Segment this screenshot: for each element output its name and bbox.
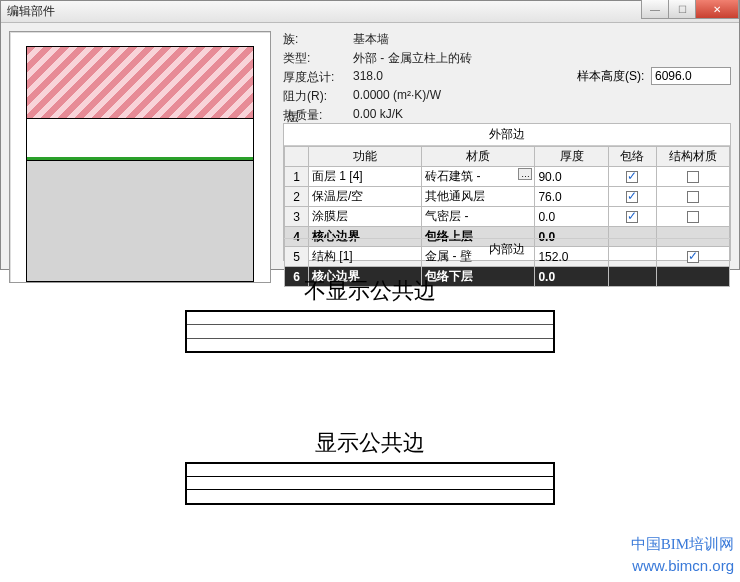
cell-structural[interactable] <box>656 207 729 227</box>
structural-checkbox[interactable] <box>687 171 699 183</box>
watermark: 中国BIM培训网 www.bimcn.org <box>631 534 734 576</box>
preview-layer-air <box>27 119 253 157</box>
preview-layer-brick <box>27 47 253 119</box>
col-header[interactable]: 材质 <box>422 147 535 167</box>
cell-material[interactable]: 其他通风层 <box>422 187 535 207</box>
cell-structural[interactable] <box>656 167 729 187</box>
family-value: 基本墙 <box>353 31 389 48</box>
cell-structural[interactable] <box>656 187 729 207</box>
close-button[interactable]: ✕ <box>695 0 739 19</box>
browse-button[interactable]: … <box>518 168 532 180</box>
caption-common-edge: 显示公共边 <box>0 428 740 458</box>
row-number[interactable]: 3 <box>285 207 309 227</box>
wrap-checkbox[interactable] <box>626 211 638 223</box>
info-panel: 族:基本墙 类型:外部 - 金属立柱上的砖 厚度总计:318.0 阻力(R):0… <box>283 31 731 126</box>
window-title: 编辑部件 <box>7 3 55 20</box>
wall-preview <box>9 31 271 283</box>
type-label: 类型: <box>283 50 353 67</box>
cell-thickness[interactable]: 0.0 <box>535 207 608 227</box>
thickness-label: 厚度总计: <box>283 69 353 86</box>
thermal-value: 0.00 kJ/K <box>353 107 403 124</box>
maximize-button[interactable]: ☐ <box>668 0 696 19</box>
watermark-text: 中国BIM培训网 <box>631 534 734 555</box>
col-header[interactable]: 包络 <box>608 147 656 167</box>
interior-side-label: 内部边 <box>284 238 730 260</box>
row-number[interactable]: 2 <box>285 187 309 207</box>
col-header[interactable] <box>285 147 309 167</box>
thickness-value: 318.0 <box>353 69 383 86</box>
cell-wrap[interactable] <box>608 187 656 207</box>
layers-table[interactable]: 功能材质厚度包络结构材质 1面层 1 [4]砖石建筑 -…90.02保温层/空其… <box>284 146 730 287</box>
cell-wrap[interactable] <box>608 207 656 227</box>
diagram-common-edge <box>185 462 555 505</box>
cell-function[interactable]: 保温层/空 <box>308 187 421 207</box>
row-number[interactable]: 1 <box>285 167 309 187</box>
col-header[interactable]: 结构材质 <box>656 147 729 167</box>
preview-layer-structure <box>27 160 253 281</box>
wrap-checkbox[interactable] <box>626 191 638 203</box>
table-row[interactable]: 3涂膜层气密层 -0.0 <box>285 207 730 227</box>
cell-function[interactable]: 面层 1 [4] <box>308 167 421 187</box>
structural-checkbox[interactable] <box>687 191 699 203</box>
cell-function[interactable]: 涂膜层 <box>308 207 421 227</box>
cell-material[interactable]: 气密层 - <box>422 207 535 227</box>
wrap-checkbox[interactable] <box>626 171 638 183</box>
dialog-edit-assembly: 编辑部件 — ☐ ✕ 族:基本墙 类型:外部 - 金属立柱上的砖 厚度总计:31… <box>0 0 740 270</box>
col-header[interactable]: 厚度 <box>535 147 608 167</box>
cell-wrap[interactable] <box>608 167 656 187</box>
titlebar[interactable]: 编辑部件 — ☐ ✕ <box>1 1 739 23</box>
table-row[interactable]: 1面层 1 [4]砖石建筑 -…90.0 <box>285 167 730 187</box>
sample-height-input[interactable] <box>651 67 731 85</box>
cell-material[interactable]: 砖石建筑 -… <box>422 167 535 187</box>
col-header[interactable]: 功能 <box>308 147 421 167</box>
watermark-url: www.bimcn.org <box>631 555 734 576</box>
caption-no-common-edge: 不显示公共边 <box>0 276 740 306</box>
resistance-value: 0.0000 (m²·K)/W <box>353 88 441 105</box>
type-value: 外部 - 金属立柱上的砖 <box>353 50 472 67</box>
diagram-no-common-edge <box>185 310 555 353</box>
minimize-button[interactable]: — <box>641 0 669 19</box>
table-row[interactable]: 2保温层/空其他通风层76.0 <box>285 187 730 207</box>
sample-height-label: 样本高度(S): <box>577 68 644 85</box>
layers-panel: 外部边 功能材质厚度包络结构材质 1面层 1 [4]砖石建筑 -…90.02保温… <box>283 123 731 261</box>
cell-thickness[interactable]: 76.0 <box>535 187 608 207</box>
structural-checkbox[interactable] <box>687 211 699 223</box>
cell-thickness[interactable]: 90.0 <box>535 167 608 187</box>
exterior-side-label: 外部边 <box>284 124 730 146</box>
family-label: 族: <box>283 31 353 48</box>
resistance-label: 阻力(R): <box>283 88 353 105</box>
